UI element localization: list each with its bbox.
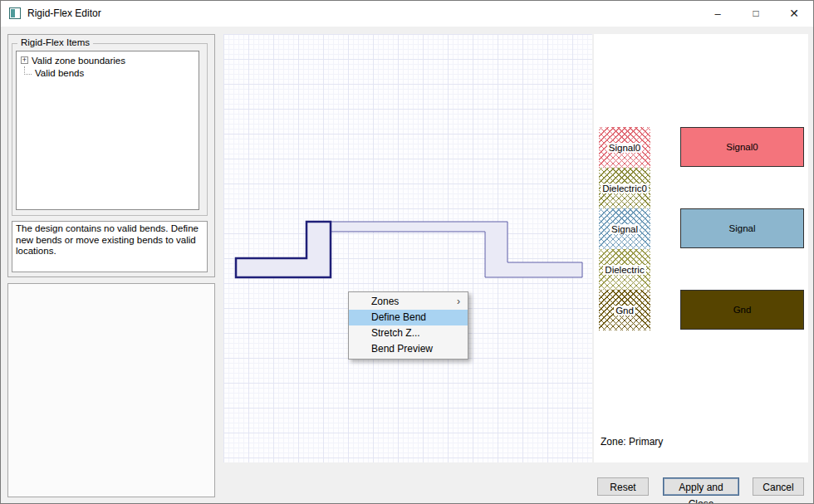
menu-item-label: Define Bend	[371, 311, 426, 323]
minimize-button[interactable]: –	[699, 1, 737, 27]
stackup-panel: Zone: Primary Signal0Signal0Dielectric0S…	[594, 34, 808, 462]
layer-name-label: Signal0	[607, 143, 642, 153]
menu-item-stretch-z[interactable]: Stretch Z...	[349, 325, 468, 341]
rigid-flex-items-groupbox: Rigid-Flex Items +Valid zone boundariesV…	[12, 43, 208, 216]
tree-item[interactable]: Valid bends	[18, 66, 197, 79]
stackup-hatch-signal0[interactable]: Signal0	[599, 127, 650, 168]
menu-item-zones[interactable]: Zones›	[349, 294, 468, 310]
close-button[interactable]: ✕	[775, 1, 813, 27]
title-bar[interactable]: Rigid-Flex Editor – □ ✕	[1, 1, 813, 27]
tree-item-label[interactable]: Valid bends	[35, 68, 84, 78]
submenu-arrow-icon: ›	[457, 294, 460, 310]
context-menu: Zones›Define BendStretch Z...Bend Previe…	[348, 291, 468, 360]
layer-box-label: Signal0	[726, 142, 758, 152]
stackup-hatch-dielectric0[interactable]: Dielectric0	[599, 168, 650, 208]
stackup-layer-gnd[interactable]: Gnd	[680, 290, 804, 330]
board-outline-band[interactable]	[236, 222, 582, 277]
stackup-layer-signal0[interactable]: Signal0	[680, 127, 804, 167]
rigidflex-tree[interactable]: +Valid zone boundariesValid bends	[16, 51, 199, 210]
tree-branch-line	[24, 66, 32, 75]
rigid-flex-editor-dialog: Rigid-Flex Editor – □ ✕ Rigid-Flex Items…	[0, 0, 814, 504]
layer-box-label: Gnd	[733, 305, 752, 315]
window-title: Rigid-Flex Editor	[27, 7, 101, 19]
detail-panel	[7, 283, 215, 497]
menu-item-label: Stretch Z...	[371, 327, 420, 339]
validation-message: The design contains no valid bends. Defi…	[12, 221, 208, 272]
layer-name-label: Dielectric	[603, 265, 645, 275]
layer-box-label: Signal	[729, 223, 756, 233]
apply-and-close-button[interactable]: Apply and Close	[663, 477, 739, 496]
zone-label: Zone: Primary	[601, 436, 663, 448]
groupbox-title: Rigid-Flex Items	[17, 37, 93, 47]
stackup-hatch-dielectric[interactable]: Dielectric	[599, 249, 650, 290]
app-icon	[9, 7, 21, 19]
stackup-hatch-signal[interactable]: Signal	[599, 208, 650, 249]
rigid-flex-items-panel: Rigid-Flex Items +Valid zone boundariesV…	[7, 34, 215, 277]
menu-item-define-bend[interactable]: Define Bend	[349, 310, 468, 325]
menu-item-label: Zones	[371, 296, 399, 307]
stackup-hatch-gnd[interactable]: Gnd	[599, 290, 650, 330]
cancel-button[interactable]: Cancel	[753, 477, 804, 496]
tree-item[interactable]: +Valid zone boundaries	[18, 54, 197, 66]
reset-button[interactable]: Reset	[597, 477, 649, 496]
menu-item-bend-preview[interactable]: Bend Preview	[349, 341, 468, 357]
menu-item-label: Bend Preview	[371, 343, 433, 355]
layer-name-label: Dielectric0	[601, 183, 649, 193]
maximize-button[interactable]: □	[737, 1, 775, 27]
cross-section-drawing[interactable]	[223, 34, 592, 462]
expand-plus-icon[interactable]: +	[21, 56, 28, 64]
tree-item-label[interactable]: Valid zone boundaries	[32, 56, 125, 66]
design-canvas[interactable]	[223, 34, 592, 462]
layer-name-label: Gnd	[614, 306, 635, 316]
stackup-layer-signal[interactable]: Signal	[680, 208, 804, 248]
layer-name-label: Signal	[610, 224, 640, 234]
